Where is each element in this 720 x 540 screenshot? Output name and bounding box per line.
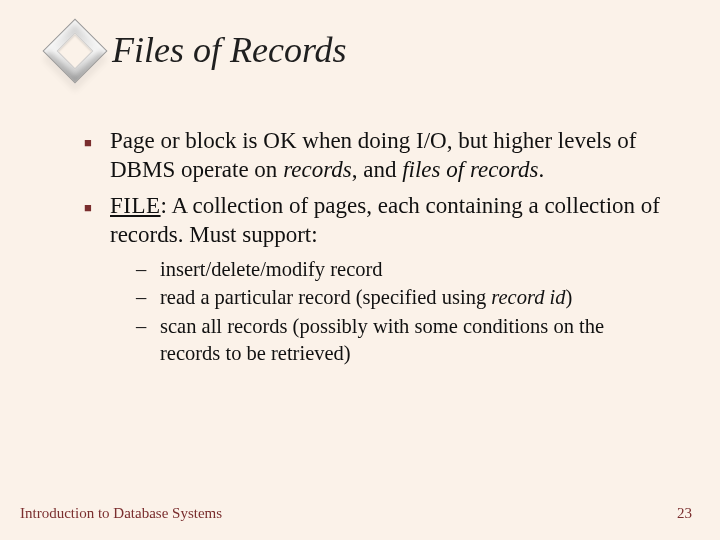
dash-icon: – <box>136 256 150 283</box>
bullet-text-em: records <box>283 157 352 182</box>
sub-item-text: insert/delete/modify record <box>160 256 383 283</box>
sub-item-em: record id <box>491 286 565 308</box>
bullet-text-mid: , and <box>352 157 402 182</box>
slide-body: ■ Page or block is OK when doing I/O, bu… <box>84 126 668 366</box>
bullet-item: ■ Page or block is OK when doing I/O, bu… <box>84 126 668 185</box>
dash-icon: – <box>136 284 150 311</box>
bullet-text-em2: files of records <box>402 157 538 182</box>
bullet-icon: ■ <box>84 191 94 250</box>
diamond-inner <box>57 33 94 70</box>
sub-item-post: ) <box>565 286 572 308</box>
title-row: Files of Records <box>52 28 676 74</box>
dash-icon: – <box>136 313 150 366</box>
sub-item: – scan all records (possibly with some c… <box>136 313 656 366</box>
diamond-icon <box>42 18 107 83</box>
bullet-text-post: . <box>538 157 544 182</box>
slide-title: Files of Records <box>112 32 347 70</box>
file-keyword: FILE <box>110 193 161 218</box>
slide: Files of Records ■ Page or block is OK w… <box>0 0 720 540</box>
sub-item-pre: read a particular record (specified usin… <box>160 286 491 308</box>
bullet-icon: ■ <box>84 126 94 185</box>
footer: Introduction to Database Systems 23 <box>0 505 720 522</box>
bullet-text: Page or block is OK when doing I/O, but … <box>110 126 668 185</box>
bullet-text: FILE: A collection of pages, each contai… <box>110 191 668 250</box>
sub-item-text: read a particular record (specified usin… <box>160 284 572 311</box>
sub-item: – insert/delete/modify record <box>136 256 656 283</box>
bullet-item: ■ FILE: A collection of pages, each cont… <box>84 191 668 250</box>
bullet-text-rest: : A collection of pages, each containing… <box>110 193 660 247</box>
footer-left: Introduction to Database Systems <box>20 505 222 522</box>
sub-item: – read a particular record (specified us… <box>136 284 656 311</box>
page-number: 23 <box>677 505 692 522</box>
sub-item-text: scan all records (possibly with some con… <box>160 313 656 366</box>
sublist: – insert/delete/modify record – read a p… <box>136 256 656 367</box>
